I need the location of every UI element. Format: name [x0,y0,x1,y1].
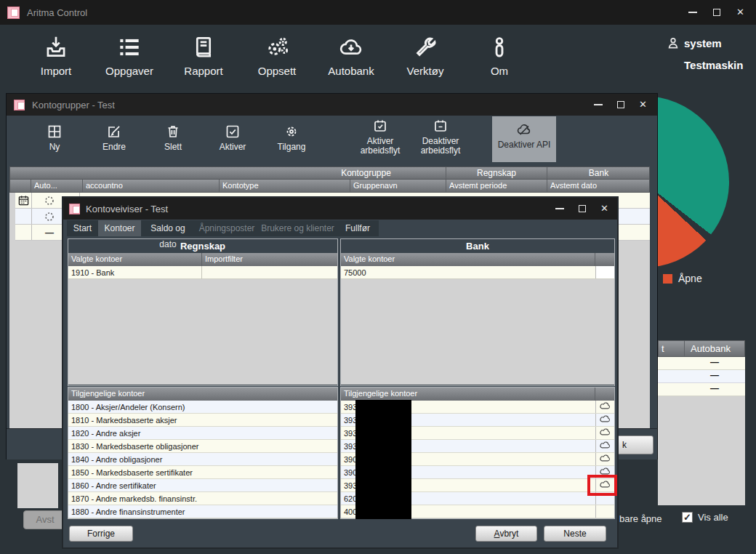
slett-button[interactable]: Slett [143,123,203,152]
regnskap-panel-title: Regnskap [68,239,337,253]
close-icon[interactable]: ✕ [736,9,744,16]
maximize-icon[interactable] [579,205,586,212]
toolbar-item-label: Om [466,65,533,77]
calendar-icon [18,195,29,206]
avbryt-rest: vbryt [499,529,518,539]
maximize-icon[interactable] [617,101,624,108]
col-valgte-kontoer: Valgte kontoer [341,253,595,266]
aktiver-button[interactable]: Aktiver [203,123,262,152]
vis-alle-filter[interactable]: ✓ Vis alle [682,512,728,523]
column-header-avstemt-periode[interactable]: Avstemt periode [446,180,547,192]
grid-group-header: Kontogruppe Regnskap Bank [9,166,650,180]
table-row[interactable]: — [658,383,745,396]
regnskap-column-header: Valgte kontoer Importfilter [68,253,337,266]
toolbar-button-label: Aktiver [220,142,246,152]
forrige-button[interactable]: Forrige [69,526,133,542]
list-item[interactable]: 1820 - Andre aksjer [68,427,337,440]
deaktiver-arbeidsflyt-button[interactable]: Deaktiver arbeidsflyt [410,117,471,156]
minimize-icon[interactable] [688,12,697,13]
regnskap-available-panel: Tilgjengelige kontoer 1800 - Aksjer/Ande… [68,387,338,519]
right-grid-empty-area [658,396,745,505]
tilgang-button[interactable]: Tilgang [262,123,321,152]
list-item[interactable]: 1800 - Aksjer/Andeler (Konsern) [68,401,337,414]
minimize-icon[interactable] [594,104,603,105]
table-row[interactable]: 1910 - Bank [68,266,337,279]
close-icon[interactable]: ✕ [639,101,647,108]
legend-label-apne: Åpne [678,273,702,284]
list-item[interactable]: 1840 - Andre obligasjoner [68,453,337,466]
avstem-button[interactable]: Avst [23,510,67,529]
column-header-auto[interactable]: Auto... [31,180,83,192]
right-grid-header: t Autobank [658,340,745,357]
bank-column-header: Valgte kontoer [341,253,614,266]
app-icon [69,204,80,214]
toolbar-item-om[interactable]: Om [466,33,533,77]
col-importfilter: Importfilter [202,253,337,266]
gear-icon [283,123,300,140]
bank-panel-title: Bank [341,239,614,253]
pending-spinner-icon [44,196,55,206]
group-header-bank: Bank [547,167,650,179]
bare-apne-label: bare åpne [619,513,662,524]
toolbar-item-import[interactable]: Import [23,33,89,77]
list-item[interactable]: 1880 - Andre finansinstrumenter [68,505,337,518]
table-row[interactable]: — [658,357,745,370]
column-header-accountno[interactable]: accountno [83,180,220,192]
wrench-icon [411,33,439,61]
minimize-icon[interactable] [555,208,564,209]
neste-button[interactable]: Neste [544,526,606,542]
report-book-icon [190,33,217,61]
status-cell [595,266,614,278]
maximize-icon[interactable] [713,9,720,16]
cloud-icon [599,454,611,462]
deaktiver-api-button[interactable]: Deaktiver API [492,116,556,162]
close-icon[interactable]: ✕ [600,205,608,212]
toolbar-item-rapport[interactable]: Rapport [170,33,237,77]
list-item[interactable]: 1860 - Andre sertifikater [68,479,337,492]
group-header-kontogruppe: Kontogruppe [10,167,446,179]
column-header-gruppenavn[interactable]: Gruppenavn [350,180,446,192]
cloud-cell [595,440,614,452]
toolbar-item-oppsett[interactable]: Oppsett [244,33,310,77]
machine-label: Testmaskin [684,59,743,71]
autobank-dash: — [684,370,745,380]
col-blank [595,253,614,266]
person-info-icon [486,33,513,61]
tab-start[interactable]: Start [67,220,98,236]
calendar-check-icon [371,117,389,135]
ny-button[interactable]: Ny [25,123,84,152]
app-icon [14,100,25,111]
column-header-kontotype[interactable]: Kontotype [220,180,350,192]
list-item[interactable]: 1850 - Markedsbaserte sertifikater [68,466,337,479]
selected-konto-cell: 1910 - Bank [68,266,202,279]
selected-konto-cell: 75000 [341,266,595,279]
table-row[interactable]: — [658,370,745,383]
legend-swatch-apne [663,274,672,284]
endre-button[interactable]: Endre [84,123,144,152]
tab-saldo-og-dato[interactable]: Saldo og dato [141,220,195,236]
vis-alle-checkbox[interactable]: ✓ [682,512,693,523]
cloud-icon [599,441,611,449]
tab-kontoer[interactable]: Kontoer [98,220,141,236]
redaction-block [355,400,411,519]
toolbar-button-label: Ny [49,142,60,152]
col-valgte-kontoer: Valgte kontoer [68,253,202,266]
avbryt-button[interactable]: Avbryt [475,526,537,542]
list-item[interactable]: 1870 - Andre markedsb. finansinstr. [68,492,337,505]
checkbox-icon [224,123,241,140]
cloud-icon [599,401,611,410]
toolbar-item-verktoy[interactable]: Verktøy [392,33,459,77]
list-item[interactable]: 1830 - Markedsbaserte obligasjoner [68,440,337,453]
cloud-download-icon [337,33,365,61]
aktiver-arbeidsflyt-button[interactable]: Aktiver arbeidsflyt [350,117,411,156]
toolbar-item-autobank[interactable]: Autobank [318,33,385,77]
table-row[interactable]: 75000 [341,266,614,279]
bank-panel: Bank Valgte kontoer 75000 [340,238,615,386]
tab-fullfor[interactable]: Fullfør [337,220,379,236]
list-item[interactable]: 1810 - Markedsbaserte aksjer [68,414,337,427]
toolbar-item-oppgaver[interactable]: Oppgaver [96,33,163,77]
kontoveiviser-dialog: Kontoveiviser - Test ✕ Start Kontoer Sal… [62,196,619,549]
column-header-avstemt-dato[interactable]: Avstemt dato [547,180,650,192]
tab-apningsposter: Åpningsposter [195,220,259,236]
toolbar-item-label: Verktøy [392,65,459,77]
